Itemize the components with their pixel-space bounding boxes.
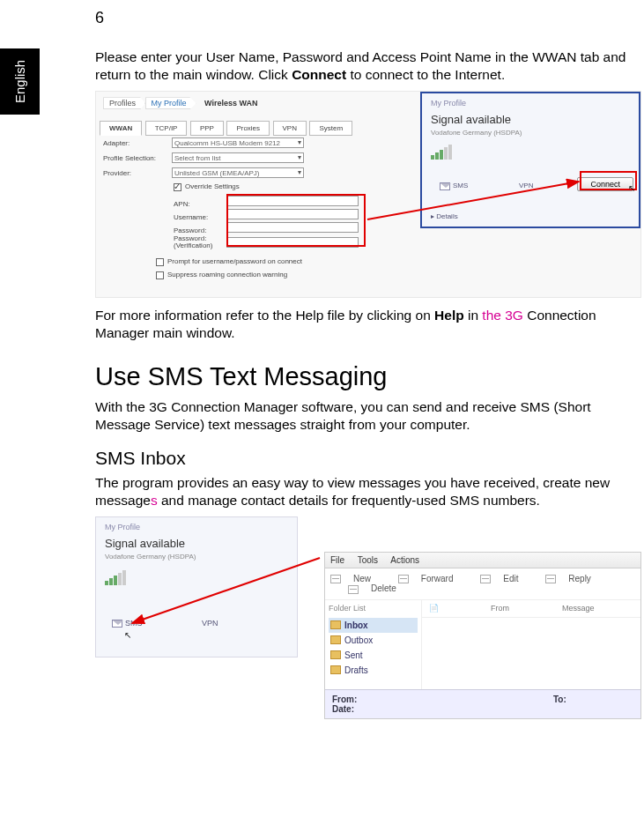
delete-icon: [348, 585, 359, 594]
tab-system[interactable]: System: [309, 121, 352, 136]
tab-ppp[interactable]: PPP: [190, 121, 224, 136]
col-icon: 📄: [429, 604, 438, 613]
suppress-checkbox[interactable]: [156, 271, 164, 279]
prompt-label: Prompt for username/password on connect: [167, 257, 302, 265]
folder-outbox[interactable]: Outbox: [329, 633, 418, 648]
carrier-name: Vodafone Germany (HSDPA): [431, 129, 522, 137]
col-from[interactable]: From: [491, 604, 509, 613]
crumb-my-profile[interactable]: My Profile: [145, 97, 196, 109]
signal-bars-icon: [431, 145, 452, 160]
forward-icon: [398, 575, 409, 583]
footer-to-label: To:: [553, 695, 566, 704]
wwan-settings-screenshot: Profiles My Profile Wireless WAN WWAN TC…: [95, 91, 641, 298]
delete-button[interactable]: Delete: [348, 583, 409, 593]
folder-icon: [330, 635, 341, 644]
override-label: Override Settings: [185, 182, 240, 190]
sms-inbox-paragraph: The program provides an easy way to view…: [95, 474, 641, 509]
footer-from-label: From:: [332, 695, 357, 704]
edit-icon: [480, 575, 491, 583]
adapter-label: Adapter:: [103, 139, 172, 147]
card-profile: My Profile: [105, 523, 140, 531]
annotation-arrow: [367, 180, 586, 224]
edit-insertion: the 3G: [482, 308, 523, 323]
envelope-icon: [112, 620, 122, 628]
footer-date-label: Date:: [332, 704, 354, 714]
password-verify-label: Password:(Verification): [174, 235, 226, 249]
sms-app-window: File Tools Actions New Forward Edit Repl…: [324, 552, 641, 719]
tab-tcpip[interactable]: TCP/IP: [145, 121, 188, 136]
suppress-label: Suppress roaming connection warning: [167, 271, 287, 279]
menu-actions[interactable]: Actions: [390, 555, 419, 565]
preview-pane-footer: From: Date: To:: [325, 689, 640, 718]
cursor-icon: ↖: [628, 183, 635, 193]
highlight-box-inputs: [226, 194, 366, 247]
tab-wwan[interactable]: WWAN: [100, 121, 142, 136]
svg-line-0: [367, 182, 579, 219]
reply-icon: [545, 575, 556, 583]
tabs: WWAN TCP/IP PPP Proxies VPN System: [100, 118, 352, 136]
prompt-checkbox[interactable]: [156, 258, 164, 266]
text: For more information refer to the Help f…: [95, 308, 434, 323]
override-checkbox[interactable]: [174, 183, 181, 191]
menu-bar: File Tools Actions: [325, 553, 640, 568]
page-title: Wireless WAN: [204, 99, 257, 108]
intro-paragraph: Please enter your User Name, Password an…: [95, 48, 641, 84]
folder-inbox[interactable]: Inbox: [329, 618, 418, 633]
toolbar: New Forward Edit Reply Delete: [325, 568, 640, 600]
page-number: 6: [95, 9, 104, 27]
edit-button[interactable]: Edit: [480, 574, 530, 583]
signal-status: Signal available: [105, 537, 185, 550]
tab-proxies[interactable]: Proxies: [226, 121, 270, 136]
heading-sms-inbox: SMS Inbox: [95, 448, 641, 469]
new-button[interactable]: New: [330, 574, 383, 583]
new-icon: [330, 575, 341, 583]
password-label: Password:: [174, 227, 226, 234]
reply-button[interactable]: Reply: [545, 574, 603, 583]
folder-list-header: Folder List: [329, 604, 418, 613]
signal-status: Signal available: [431, 113, 511, 126]
text: and manage contact details for frequentl…: [158, 493, 540, 508]
cursor-icon: ↖: [124, 630, 131, 640]
language-tab: English: [0, 48, 40, 115]
connect-keyword: Connect: [292, 67, 346, 82]
card-profile: My Profile: [431, 99, 466, 108]
heading-sms-messaging: Use SMS Text Messaging: [95, 362, 641, 391]
folder-sent[interactable]: Sent: [329, 648, 418, 663]
annotation-arrow: [130, 556, 324, 627]
help-paragraph: For more information refer to the Help f…: [95, 307, 641, 342]
crumb-profiles[interactable]: Profiles: [103, 97, 145, 109]
signal-bars-icon: [105, 570, 126, 585]
menu-tools[interactable]: Tools: [358, 555, 378, 565]
breadcrumb: Profiles My Profile Wireless WAN: [103, 97, 258, 109]
profile-select[interactable]: Select from list: [172, 152, 304, 163]
help-keyword: Help: [434, 308, 464, 323]
provider-select[interactable]: Unlisted GSM (EMEA/APJ): [172, 167, 304, 178]
tab-vpn[interactable]: VPN: [273, 121, 307, 136]
forward-button[interactable]: Forward: [398, 574, 466, 583]
folder-drafts[interactable]: Drafts: [329, 663, 418, 678]
profile-selection-label: Profile Selection:: [103, 154, 172, 162]
sms-inbox-screenshot: My Profile Signal available Vodafone Ger…: [95, 516, 641, 719]
text: to connect to the Internet.: [346, 67, 505, 82]
apn-label: APN:: [174, 200, 226, 208]
username-label: Username:: [174, 213, 226, 221]
text: in: [464, 308, 483, 323]
col-message[interactable]: Message: [562, 604, 595, 613]
adapter-select[interactable]: Qualcomm HS-USB Modem 9212: [172, 137, 304, 148]
folder-icon: [330, 665, 341, 674]
menu-file[interactable]: File: [330, 555, 344, 565]
provider-label: Provider:: [103, 169, 172, 177]
folder-icon: [330, 620, 341, 629]
message-list-header: 📄 From Message: [422, 600, 640, 618]
folder-icon: [330, 650, 341, 659]
sms-intro-paragraph: With the 3G Connection Manager software,…: [95, 398, 641, 434]
edit-insertion: s: [151, 493, 158, 508]
svg-line-1: [132, 558, 320, 623]
